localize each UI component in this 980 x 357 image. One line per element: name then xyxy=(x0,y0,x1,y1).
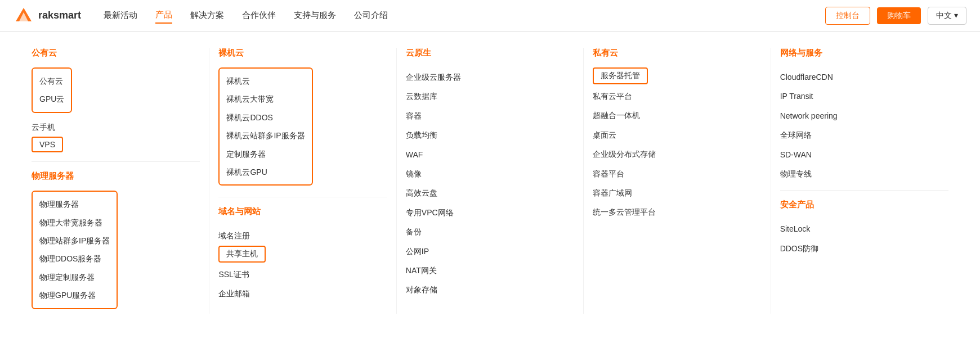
menu-item[interactable]: 超融合一体机 xyxy=(593,106,761,125)
menu-list: CloudflareCDNIP TransitNetwork peering全球… xyxy=(780,67,948,183)
menu-item[interactable]: 物理服务器 xyxy=(39,196,110,212)
menu-item[interactable]: 高效云盘 xyxy=(406,183,574,202)
menu-list: 域名注册 xyxy=(218,226,387,245)
header: raksmart 最新活动产品解决方案合作伙伴支持与服务公司介绍 控制台 购物车… xyxy=(0,0,980,31)
menu-item[interactable]: 企业级分布式存储 xyxy=(593,144,761,164)
menu-item[interactable]: DDOS防御 xyxy=(780,239,948,258)
menu-item[interactable]: 物理DDOS服务器 xyxy=(39,251,110,266)
menu-item-boxed[interactable]: VPS xyxy=(32,137,63,152)
section-title: 安全产品 xyxy=(780,200,948,210)
nav-item-最新活动[interactable]: 最新活动 xyxy=(104,8,137,23)
col-title-private-cloud: 私有云 xyxy=(593,48,761,58)
menu-item[interactable]: SiteLock xyxy=(780,219,948,238)
menu-list: SiteLockDDOS防御 xyxy=(780,219,948,258)
col-private-cloud: 私有云服务器托管私有云平台超融合一体机桌面云企业级分布式存储容器平台容器广域网统… xyxy=(584,48,771,314)
menu-list: SSL证书企业邮箱 xyxy=(218,265,387,304)
menu-item[interactable]: 企业级云服务器 xyxy=(406,67,574,87)
menu-item[interactable]: 全球网络 xyxy=(780,125,948,144)
nav-item-解决方案[interactable]: 解决方案 xyxy=(190,8,224,23)
menu-item[interactable]: 负载均衡 xyxy=(406,125,574,144)
col-bare-metal: 裸机云裸机云裸机云大带宽裸机云DDOS裸机云站群多IP服务器定制服务器裸机云GP… xyxy=(209,48,396,314)
main-nav: 最新活动产品解决方案合作伙伴支持与服务公司介绍 xyxy=(104,7,825,24)
cart-button[interactable]: 购物车 xyxy=(877,7,921,24)
menu-item[interactable]: 裸机云DDOS xyxy=(226,110,305,125)
menu-item[interactable]: 对象存储 xyxy=(406,280,574,299)
menu-item[interactable]: 镜像 xyxy=(406,164,574,183)
menu-item[interactable]: 裸机云GPU xyxy=(226,164,305,180)
menu-list: 云手机 xyxy=(32,118,200,137)
col-title-bare-metal: 裸机云 xyxy=(218,48,387,58)
menu-item[interactable]: 公网IP xyxy=(406,242,574,261)
nav-item-支持与服务[interactable]: 支持与服务 xyxy=(294,8,336,23)
logo[interactable]: raksmart xyxy=(14,6,81,26)
menu-item[interactable]: 容器平台 xyxy=(593,164,761,183)
menu-item[interactable]: 统一多云管理平台 xyxy=(593,202,761,222)
menu-item[interactable]: 域名注册 xyxy=(218,226,387,245)
menu-item[interactable]: 裸机云大带宽 xyxy=(226,91,305,107)
header-actions: 控制台 购物车 中文 ▾ xyxy=(825,7,966,25)
language-button[interactable]: 中文 ▾ xyxy=(928,7,966,25)
menu-item[interactable]: 备份 xyxy=(406,222,574,241)
col-cloud-native: 云原生企业级云服务器云数据库容器负载均衡WAF镜像高效云盘专用VPC网络备份公网… xyxy=(397,48,584,314)
menu-item[interactable]: 物理GPU服务器 xyxy=(39,287,110,303)
menu-item[interactable]: 云数据库 xyxy=(406,87,574,106)
group-box: 公有云GPU云 xyxy=(32,67,72,113)
menu-item[interactable]: 桌面云 xyxy=(593,125,761,144)
menu-item[interactable]: 公有云 xyxy=(39,73,64,89)
col-network-services: 网络与服务CloudflareCDNIP TransitNetwork peer… xyxy=(771,48,957,314)
menu-item[interactable]: 物理站群多IP服务器 xyxy=(39,233,110,248)
col-title-network-services: 网络与服务 xyxy=(780,48,948,58)
menu-item[interactable]: 专用VPC网络 xyxy=(406,203,574,222)
menu-item[interactable]: 裸机云站群多IP服务器 xyxy=(226,128,305,143)
mega-menu: 公有云公有云GPU云云手机VPS物理服务器物理服务器物理大带宽服务器物理站群多I… xyxy=(0,31,980,332)
menu-item[interactable]: 定制服务器 xyxy=(226,146,305,162)
nav-item-产品[interactable]: 产品 xyxy=(155,7,172,24)
menu-item[interactable]: 容器广域网 xyxy=(593,183,761,202)
logo-icon xyxy=(14,6,34,26)
menu-item-boxed[interactable]: 共享主机 xyxy=(218,246,266,263)
menu-item[interactable]: 裸机云 xyxy=(226,73,305,89)
menu-item[interactable]: 物理专线 xyxy=(780,164,948,183)
divider xyxy=(32,161,200,162)
menu-item[interactable]: IP Transit xyxy=(780,87,948,106)
section-title: 物理服务器 xyxy=(32,171,200,182)
nav-item-公司介绍[interactable]: 公司介绍 xyxy=(354,8,388,23)
divider xyxy=(780,190,948,191)
menu-item[interactable]: Network peering xyxy=(780,106,948,125)
menu-item[interactable]: 物理定制服务器 xyxy=(39,269,110,285)
menu-item[interactable]: 云手机 xyxy=(32,118,200,137)
menu-list: 企业级云服务器云数据库容器负载均衡WAF镜像高效云盘专用VPC网络备份公网IPN… xyxy=(406,67,574,300)
col-title-public-cloud: 公有云 xyxy=(32,48,200,58)
logo-text: raksmart xyxy=(38,10,81,21)
menu-item[interactable]: SD-WAN xyxy=(780,145,948,164)
nav-item-合作伙伴[interactable]: 合作伙伴 xyxy=(242,8,276,23)
menu-item[interactable]: NAT网关 xyxy=(406,261,574,280)
section-title: 域名与网站 xyxy=(218,206,387,217)
control-button[interactable]: 控制台 xyxy=(825,7,870,25)
group-box-multi: 物理服务器物理大带宽服务器物理站群多IP服务器物理DDOS服务器物理定制服务器物… xyxy=(32,191,118,309)
menu-item[interactable]: 物理大带宽服务器 xyxy=(39,215,110,231)
menu-item[interactable]: CloudflareCDN xyxy=(780,67,948,87)
menu-item[interactable]: 企业邮箱 xyxy=(218,284,387,303)
menu-item-boxed[interactable]: 服务器托管 xyxy=(593,67,648,84)
menu-item[interactable]: WAF xyxy=(406,145,574,164)
menu-item[interactable]: 容器 xyxy=(406,106,574,125)
menu-item[interactable]: 私有云平台 xyxy=(593,87,761,106)
menu-list: 私有云平台超融合一体机桌面云企业级分布式存储容器平台容器广域网统一多云管理平台 xyxy=(593,87,761,222)
col-title-cloud-native: 云原生 xyxy=(406,48,574,58)
menu-item[interactable]: GPU云 xyxy=(39,91,64,107)
menu-item[interactable]: SSL证书 xyxy=(218,265,387,284)
col-public-cloud: 公有云公有云GPU云云手机VPS物理服务器物理服务器物理大带宽服务器物理站群多I… xyxy=(23,48,209,314)
divider xyxy=(218,197,387,197)
group-box-multi: 裸机云裸机云大带宽裸机云DDOS裸机云站群多IP服务器定制服务器裸机云GPU xyxy=(218,67,312,186)
